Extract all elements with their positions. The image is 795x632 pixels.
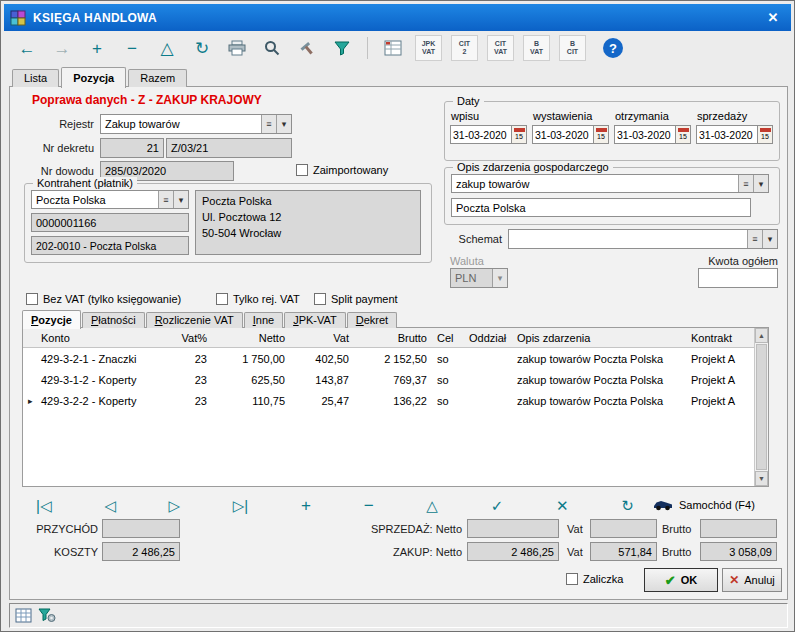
col-cel[interactable]: Cel — [432, 330, 464, 346]
b-cit-button[interactable]: B CIT — [559, 35, 586, 61]
kontrahent-account-field[interactable]: 202-0010 - Poczta Polska — [31, 236, 189, 255]
cit-2-button[interactable]: CIT 2 — [451, 35, 478, 61]
kontrahent-nip-field[interactable]: 0000001166 — [31, 213, 189, 232]
col-vat-pct[interactable]: Vat% — [176, 330, 212, 346]
subtab-jpk-vat[interactable]: JPK-VAT — [284, 312, 346, 328]
date-input[interactable]: 31-03-2020 — [696, 125, 758, 144]
col-vat[interactable]: Vat — [290, 330, 354, 346]
edit-row-button[interactable]: △ — [426, 498, 438, 513]
scroll-up-icon[interactable]: ▲ — [755, 328, 768, 343]
prev-record-button[interactable]: ◁ — [104, 498, 116, 513]
list-icon[interactable]: ≡ — [158, 191, 173, 208]
anuluj-button[interactable]: ✕ Anuluj — [722, 568, 782, 592]
tylko-rej-vat-checkbox[interactable]: Tylko rej. VAT — [216, 293, 300, 305]
subtab-inne[interactable]: Inne — [244, 312, 283, 328]
col-oddzial[interactable]: Oddział — [464, 330, 512, 346]
print-button[interactable] — [224, 35, 250, 61]
cit-vat-button[interactable]: CIT VAT — [487, 35, 514, 61]
zaimportowany-checkbox[interactable]: Zaimportowany — [296, 164, 388, 176]
date-input[interactable]: 31-03-2020 — [532, 125, 594, 144]
tools-button[interactable] — [294, 35, 320, 61]
anuluj-label: Anuluj — [744, 574, 775, 586]
table-row[interactable]: 429-3-2-1 - Znaczki 23 1 750,00 402,50 2… — [23, 348, 754, 369]
delete-record-button[interactable]: − — [119, 35, 145, 61]
calendar-icon[interactable]: 15 — [594, 125, 609, 144]
edit-record-button[interactable]: △ — [154, 35, 180, 61]
rejestr-combo[interactable]: Zakup towarów ≡ ▾ — [100, 114, 292, 134]
date-input[interactable]: 31-03-2020 — [614, 125, 676, 144]
ok-button[interactable]: ✔ OK — [644, 568, 718, 592]
calendar-icon[interactable]: 15 — [676, 125, 691, 144]
search-button[interactable] — [259, 35, 285, 61]
opis-field-2[interactable]: Poczta Polska — [451, 198, 751, 217]
subtab-dekret[interactable]: Dekret — [347, 312, 397, 328]
checkbox-box — [296, 164, 308, 176]
help-icon[interactable]: ? — [603, 38, 623, 58]
filter-settings-icon[interactable] — [38, 608, 56, 623]
nr-dekretu-field[interactable]: 21 — [100, 138, 164, 158]
first-record-button[interactable]: |◁ — [36, 498, 51, 513]
refresh-button[interactable]: ↻ — [189, 35, 215, 61]
back-button[interactable]: ← — [14, 35, 40, 61]
delete-row-button[interactable]: − — [364, 497, 374, 514]
cell-konto: 429-3-2-2 - Koperty — [36, 393, 176, 409]
split-payment-checkbox[interactable]: Split payment — [314, 293, 398, 305]
refresh-data-button[interactable]: ↻ — [621, 498, 634, 513]
samochod-button[interactable]: Samochód (F4) — [652, 498, 755, 511]
post-edit-button[interactable]: ✓ — [491, 498, 504, 513]
insert-row-button[interactable]: + — [301, 497, 311, 514]
positions-grid: Konto Vat% Netto Vat Brutto Cel Oddział … — [22, 327, 769, 487]
last-record-button[interactable]: ▷| — [233, 498, 248, 513]
jpk-vat-button[interactable]: JPK VAT — [415, 35, 442, 61]
scroll-down-icon[interactable]: ▼ — [755, 471, 768, 486]
subtab-platnosci[interactable]: Płatności — [82, 312, 145, 328]
tab-razem[interactable]: Razem — [128, 69, 187, 87]
col-konto[interactable]: Konto — [36, 330, 176, 346]
add-record-button[interactable]: + — [84, 35, 110, 61]
col-netto[interactable]: Netto — [212, 330, 290, 346]
printer-icon — [228, 40, 246, 56]
date-input[interactable]: 31-03-2020 — [450, 125, 512, 144]
checkbox-box — [26, 293, 38, 305]
schemat-combo[interactable]: ≡ ▾ — [508, 229, 778, 249]
scrollbar-thumb[interactable] — [756, 344, 767, 470]
zaliczka-checkbox[interactable]: Zaliczka — [566, 573, 623, 585]
table-row[interactable]: ▸ 429-3-2-2 - Koperty 23 110,75 25,47 13… — [23, 390, 754, 411]
tab-lista[interactable]: Lista — [12, 69, 59, 87]
calendar-icon[interactable]: 15 — [512, 125, 527, 144]
subtab-pozycje[interactable]: Pozycje — [22, 310, 81, 329]
chevron-down-icon[interactable]: ▾ — [762, 230, 777, 248]
b-vat-button[interactable]: B VAT — [523, 35, 550, 61]
filter-button[interactable] — [329, 35, 355, 61]
forward-button[interactable]: → — [49, 35, 75, 61]
calendar-icon[interactable]: 15 — [758, 125, 773, 144]
cancel-edit-button[interactable]: ✕ — [556, 498, 569, 513]
subtab-rozliczenie-vat[interactable]: Rozliczenie VAT — [146, 312, 243, 328]
table-row[interactable]: 429-3-1-2 - Koperty 23 625,50 143,87 769… — [23, 369, 754, 390]
list-icon[interactable]: ≡ — [738, 175, 753, 192]
kwota-field[interactable] — [698, 268, 778, 288]
chevron-down-icon[interactable]: ▾ — [753, 175, 768, 192]
chevron-down-icon[interactable]: ▾ — [276, 115, 291, 133]
kontrahent-combo[interactable]: Poczta Polska ≡ ▾ — [31, 190, 189, 209]
col-opis[interactable]: Opis zdarzenia — [512, 330, 686, 346]
vertical-scrollbar[interactable]: ▲ ▼ — [754, 328, 768, 486]
col-kontrakt[interactable]: Kontrakt — [686, 330, 754, 346]
next-record-button[interactable]: ▷ — [168, 498, 180, 513]
nr-dekretu-symbol-field[interactable]: Z/03/21 — [166, 138, 292, 158]
registers-button[interactable] — [380, 35, 406, 61]
tools-icon — [299, 40, 315, 56]
tab-pozycja[interactable]: Pozycja — [61, 67, 126, 88]
sprzedaz-vat-label: Vat — [567, 523, 583, 535]
close-icon[interactable]: ✕ — [761, 10, 785, 25]
col-brutto[interactable]: Brutto — [354, 330, 432, 346]
table-icon[interactable] — [15, 608, 32, 623]
sprzedaz-brutto-field — [700, 519, 777, 538]
jpk-vat-label-bottom: VAT — [422, 48, 435, 56]
zakup-brutto-label: Brutto — [662, 546, 691, 558]
opis-combo[interactable]: zakup towarów ≡ ▾ — [451, 174, 769, 193]
list-icon[interactable]: ≡ — [747, 230, 762, 248]
bez-vat-checkbox[interactable]: Bez VAT (tylko księgowanie) — [26, 293, 181, 305]
chevron-down-icon[interactable]: ▾ — [173, 191, 188, 208]
list-icon[interactable]: ≡ — [261, 115, 276, 133]
